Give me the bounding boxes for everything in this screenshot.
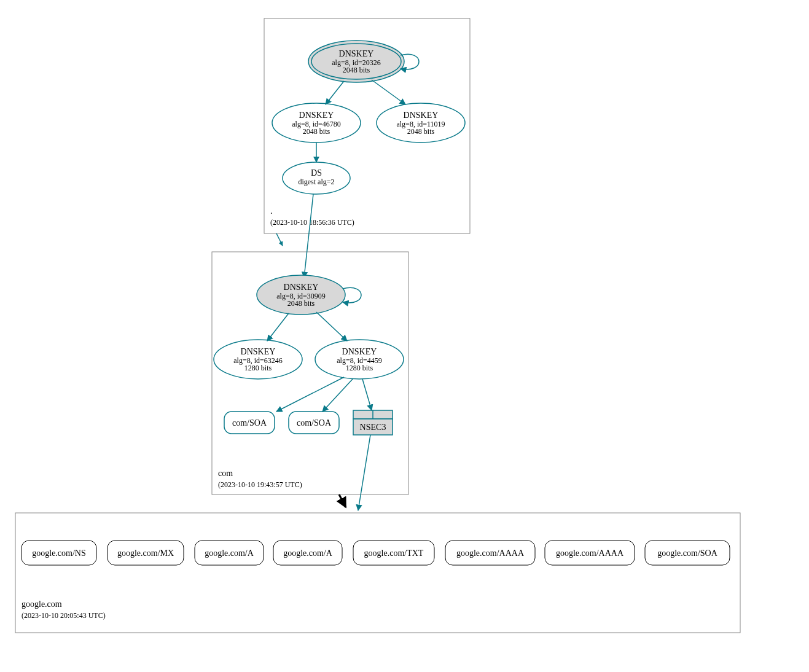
svg-text:google.com/NS: google.com/NS <box>32 549 86 558</box>
svg-text:1280 bits: 1280 bits <box>346 364 373 372</box>
svg-text:1280 bits: 1280 bits <box>244 364 272 372</box>
zone-google-name: google.com <box>21 600 62 609</box>
svg-text:DNSKEY: DNSKEY <box>404 111 439 120</box>
svg-text:google.com/AAAA: google.com/AAAA <box>456 549 525 558</box>
node-com-soa-1: com/SOA <box>224 412 275 434</box>
edge-com-to-google-black <box>339 494 346 507</box>
edge-ds-comksk <box>304 194 313 278</box>
node-dnskey-root-ksk: DNSKEY alg=8, id=20326 2048 bits <box>308 41 404 82</box>
edge-zsk2-nsec3 <box>362 379 372 410</box>
svg-text:DS: DS <box>311 168 322 178</box>
svg-text:google.com/A: google.com/A <box>283 549 333 558</box>
svg-text:DNSKEY: DNSKEY <box>342 347 377 356</box>
svg-text:2048 bits: 2048 bits <box>287 299 315 308</box>
svg-text:2048 bits: 2048 bits <box>407 127 435 136</box>
edge-nsec3-to-google <box>358 435 370 510</box>
node-dnskey-root-zsk2: DNSKEY alg=8, id=11019 2048 bits <box>377 103 465 143</box>
svg-text:google.com/MX: google.com/MX <box>117 549 174 558</box>
edge-rootksk-zsk1 <box>326 81 344 104</box>
zone-root-name: . <box>270 206 273 216</box>
node-google-soa: google.com/SOA <box>645 541 730 565</box>
node-dnskey-root-zsk1: DNSKEY alg=8, id=46780 2048 bits <box>272 103 361 143</box>
node-google-aaaa-1: google.com/AAAA <box>445 541 535 565</box>
node-dnskey-com-zsk1: DNSKEY alg=8, id=63246 1280 bits <box>214 340 302 379</box>
svg-text:com/SOA: com/SOA <box>297 418 332 428</box>
node-google-aaaa-2: google.com/AAAA <box>545 541 635 565</box>
svg-text:com/SOA: com/SOA <box>232 418 267 428</box>
svg-text:google.com/AAAA: google.com/AAAA <box>556 549 624 558</box>
node-google-txt: google.com/TXT <box>353 541 434 565</box>
edge-comksk-zsk2 <box>316 312 347 341</box>
node-dnskey-com-ksk: DNSKEY alg=8, id=30909 2048 bits <box>257 275 345 315</box>
edge-zsk2-soa2 <box>322 378 353 412</box>
svg-text:NSEC3: NSEC3 <box>360 423 386 432</box>
edge-root-to-com <box>276 233 283 246</box>
zone-google-ts: (2023-10-10 20:05:43 UTC) <box>21 611 106 620</box>
svg-text:google.com/TXT: google.com/TXT <box>364 549 424 558</box>
node-dnskey-com-zsk2: DNSKEY alg=8, id=4459 1280 bits <box>315 340 404 379</box>
node-google-ns: google.com/NS <box>21 541 96 565</box>
svg-text:2048 bits: 2048 bits <box>303 127 330 136</box>
svg-text:DNSKEY: DNSKEY <box>241 347 276 356</box>
svg-text:2048 bits: 2048 bits <box>343 66 370 74</box>
zone-com-name: com <box>218 469 233 478</box>
zone-com-ts: (2023-10-10 19:43:57 UTC) <box>218 480 302 489</box>
svg-text:digest alg=2: digest alg=2 <box>298 178 334 186</box>
zone-google <box>15 513 740 633</box>
node-nsec3: NSEC3 <box>353 410 393 435</box>
edge-zsk2-soa1 <box>276 377 344 412</box>
svg-text:google.com/SOA: google.com/SOA <box>657 549 717 558</box>
svg-text:DNSKEY: DNSKEY <box>299 111 334 120</box>
node-google-mx: google.com/MX <box>107 541 184 565</box>
svg-text:DNSKEY: DNSKEY <box>339 49 374 58</box>
dnssec-diagram: . (2023-10-10 18:56:36 UTC) DNSKEY alg=8… <box>12 12 797 660</box>
edge-comksk-zsk1 <box>267 313 289 341</box>
node-google-a-1: google.com/A <box>195 541 264 565</box>
node-ds-root: DS digest alg=2 <box>283 162 350 194</box>
node-google-a-2: google.com/A <box>273 541 342 565</box>
svg-text:google.com/A: google.com/A <box>205 549 254 558</box>
edge-rootksk-zsk2 <box>372 80 405 104</box>
zone-root-ts: (2023-10-10 18:56:36 UTC) <box>270 218 354 227</box>
node-com-soa-2: com/SOA <box>289 412 339 434</box>
svg-text:DNSKEY: DNSKEY <box>284 283 319 292</box>
